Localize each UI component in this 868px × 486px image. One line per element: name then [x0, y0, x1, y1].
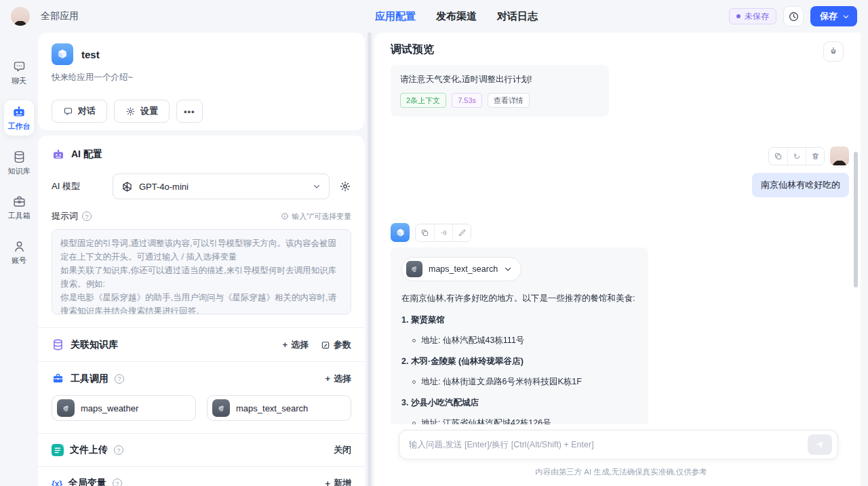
sidebar-item-account[interactable]: 账号	[4, 235, 34, 270]
delete-button[interactable]	[806, 148, 824, 165]
view-detail-badge[interactable]: 查看详情	[488, 93, 530, 108]
topbar-right: 未保存 保存	[729, 6, 857, 26]
app-info-card: test 快来给应用一个介绍~ 对话 设置 •••	[38, 33, 365, 130]
chat-bubble-icon	[12, 60, 26, 74]
send-icon	[814, 439, 825, 450]
knowledge-base-icon	[52, 338, 64, 351]
chat-area: 请注意天气变化,适时调整出行计划! 2条上下文 7.53s 查看详情	[374, 62, 868, 424]
model-label: AI 模型	[52, 180, 113, 193]
ai-message-actions	[415, 224, 471, 242]
assistant-avatar	[391, 223, 410, 242]
tools-select-button[interactable]: + 选择	[325, 373, 351, 385]
sidebar-item-toolbox[interactable]: 工具箱	[4, 190, 34, 225]
send-button[interactable]	[808, 434, 832, 455]
history-button[interactable]	[783, 6, 804, 26]
ai-config-title: AI 配置	[71, 148, 102, 161]
plus-icon: +	[325, 479, 330, 486]
prompt-label: 提示词	[52, 210, 78, 222]
plus-icon: +	[325, 373, 330, 384]
user-message-bubble: 南京仙林有啥好吃的	[752, 173, 849, 197]
scrollbar-thumb[interactable]	[854, 152, 858, 287]
more-button[interactable]: •••	[176, 100, 203, 123]
file-icon	[52, 444, 64, 456]
settings-button[interactable]: 设置	[114, 100, 170, 123]
copy-icon	[774, 152, 783, 161]
sidebar-item-workbench[interactable]: 工作台	[4, 100, 34, 136]
chat-input[interactable]	[409, 440, 808, 449]
sidebar-item-chat[interactable]: 聊天	[4, 56, 34, 90]
read-aloud-button[interactable]	[434, 224, 452, 241]
knowledge-params-button[interactable]: 参数	[321, 339, 351, 351]
ai-message-card: maps_text_search 在南京仙林,有许多好吃的地方。以下是一些推荐的…	[391, 247, 648, 424]
ai-message-block: maps_text_search 在南京仙林,有许多好吃的地方。以下是一些推荐的…	[391, 223, 849, 424]
variables-add-button[interactable]: + 新增	[325, 477, 351, 486]
tools-icon	[52, 372, 64, 385]
tool-chip-maps-weather[interactable]: maps_weather	[52, 395, 196, 421]
help-icon[interactable]: ?	[114, 445, 123, 455]
scrollbar-track	[861, 33, 868, 486]
edit-icon	[321, 340, 330, 350]
save-button[interactable]: 保存	[810, 6, 857, 26]
edit-message-button[interactable]	[452, 224, 471, 241]
knowledge-section: 关联知识库 + 选择 参数	[38, 327, 365, 361]
restaurant-item: 3. 沙县小吃汽配城店 地址: 江苏省仙林汽配城42栋126号	[401, 397, 637, 424]
prompt-textarea[interactable]	[52, 229, 351, 315]
robot-icon	[12, 104, 26, 119]
chevron-down-icon	[842, 13, 850, 20]
user-message-actions	[768, 147, 825, 165]
tab-chat-logs[interactable]: 对话日志	[497, 10, 538, 23]
retry-button[interactable]	[787, 148, 806, 165]
app-name: test	[81, 49, 100, 60]
map-tool-icon	[57, 399, 75, 417]
info-icon	[281, 212, 289, 220]
app-description: 快来给应用一个介绍~	[52, 72, 351, 83]
tool-call-pill[interactable]: maps_text_search	[401, 257, 521, 281]
more-icon: •••	[184, 106, 195, 117]
unsaved-badge: 未保存	[729, 8, 776, 24]
tab-app-config[interactable]: 应用配置	[375, 10, 416, 23]
user-avatar[interactable]	[11, 7, 30, 26]
center-tabs: 应用配置 发布渠道 对话日志	[375, 0, 538, 33]
chat-button[interactable]: 对话	[52, 100, 107, 123]
sidebar-item-knowledge[interactable]: 知识库	[4, 146, 34, 180]
restaurant-item: 2. 木羽·金陵菜 (仙林玲珑翠谷店) 地址: 仙林街道文鼎路6号米特科技园K栋…	[401, 356, 637, 388]
notice-text: 请注意天气变化,适时调整出行计划!	[400, 74, 599, 85]
user-chat-avatar	[830, 146, 849, 165]
tools-section: 工具调用 ? + 选择	[38, 361, 365, 395]
debug-preview-panel: 调试预览 请注意天气变化,适时调整出行计划! 2条上下文 7.53s 查看详情	[374, 33, 868, 486]
map-tool-icon	[406, 261, 422, 277]
column-divider	[365, 33, 374, 486]
app-logo-icon	[52, 43, 73, 65]
copy-button[interactable]	[416, 224, 434, 241]
model-settings-button[interactable]	[339, 180, 351, 193]
tab-publish-channel[interactable]: 发布渠道	[436, 10, 477, 23]
broom-icon	[828, 46, 839, 57]
chat-input-bar	[399, 430, 838, 460]
restaurant-item: 1. 聚贤菜馆 地址: 仙林汽配城43栋111号	[401, 315, 637, 346]
unsaved-dot-icon	[736, 14, 741, 18]
person-icon	[12, 239, 26, 254]
variables-icon: {x}	[52, 479, 62, 486]
copy-button[interactable]	[769, 148, 787, 165]
openai-icon	[121, 181, 133, 193]
tool-chip-maps-text-search[interactable]: maps_text_search	[207, 395, 351, 421]
help-icon[interactable]: ?	[113, 479, 122, 486]
breadcrumb-all-apps[interactable]: 全部应用	[41, 10, 79, 22]
help-icon[interactable]: ?	[82, 211, 92, 221]
gear-icon	[125, 106, 136, 117]
topbar: 全部应用 应用配置 发布渠道 对话日志 未保存 保存	[0, 0, 868, 33]
assistant-notice-message: 请注意天气变化,适时调整出行计划! 2条上下文 7.53s 查看详情	[391, 65, 609, 117]
file-upload-status[interactable]: 关闭	[334, 444, 351, 456]
bullet-icon	[412, 339, 416, 342]
clear-chat-button[interactable]	[823, 41, 844, 62]
cube-icon	[395, 227, 406, 239]
preview-title: 调试预览	[391, 43, 434, 57]
context-badge: 2条上下文	[400, 93, 446, 108]
model-select[interactable]: GPT-4o-mini	[113, 174, 330, 199]
history-icon	[788, 11, 800, 22]
knowledge-title: 关联知识库	[71, 339, 118, 351]
bullet-icon	[412, 380, 416, 384]
help-icon[interactable]: ?	[115, 374, 124, 384]
plus-icon: +	[282, 340, 288, 350]
knowledge-select-button[interactable]: + 选择	[282, 339, 309, 351]
